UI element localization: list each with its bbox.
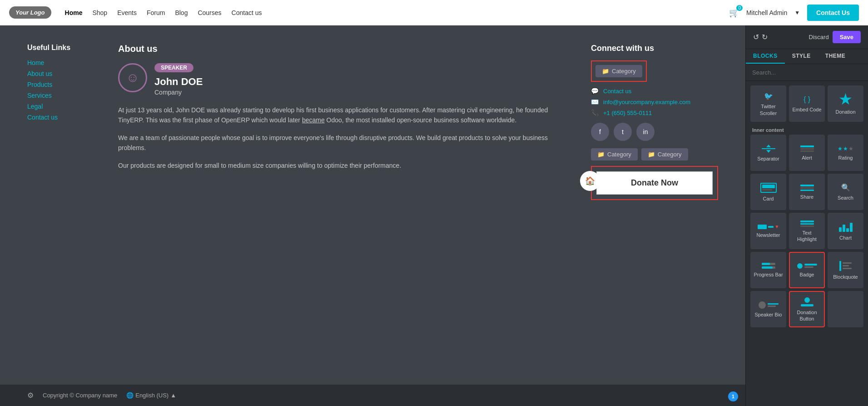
sidebar-item-legal[interactable]: Legal: [27, 103, 43, 110]
block-label: Embed Code: [792, 106, 821, 113]
sidebar-item-about[interactable]: About us: [27, 70, 52, 77]
block-label: Newsletter: [757, 232, 780, 238]
block-embed-code[interactable]: { } Embed Code: [789, 85, 825, 122]
tab-blocks[interactable]: BLOCKS: [746, 49, 785, 64]
separator-icon: [762, 145, 775, 153]
block-card[interactable]: Card: [750, 174, 786, 210]
block-label: Alert: [802, 155, 812, 161]
admin-name[interactable]: Mitchell Admin: [746, 9, 787, 16]
block-label: Chart: [839, 235, 852, 241]
inner-content-label: Inner content: [750, 125, 863, 135]
contact-us-button[interactable]: Contact Us: [807, 5, 859, 21]
block-progress-bar[interactable]: Progress Bar: [750, 252, 786, 288]
search-block-icon: 🔍: [841, 183, 850, 192]
footer-copyright: Copyright © Company name: [43, 392, 117, 399]
block-search[interactable]: 🔍 Search: [828, 174, 863, 210]
social-icons: f t in: [591, 123, 718, 141]
page-content: Useful Links Home About us Products Serv…: [0, 25, 745, 406]
redo-button[interactable]: ↻: [762, 33, 768, 41]
block-donation-button[interactable]: DonationButton: [789, 291, 825, 327]
home-float-button[interactable]: 🏠: [580, 171, 600, 191]
nav-right: 🛒0 Mitchell Admin ▼ Contact Us: [724, 5, 859, 21]
chat-icon: 💬: [591, 87, 599, 95]
badge-icon: [797, 263, 817, 269]
category-label: Category: [612, 68, 636, 75]
main-layout: Useful Links Home About us Products Serv…: [0, 25, 868, 406]
sidebar: Useful Links Home About us Products Serv…: [27, 44, 91, 366]
block-alert[interactable]: Alert: [789, 135, 825, 171]
block-separator[interactable]: Separator: [750, 135, 786, 171]
facebook-button[interactable]: f: [591, 123, 609, 141]
sidebar-links: Home About us Products Services Legal Co…: [27, 59, 91, 121]
nav-forum[interactable]: Forum: [147, 9, 165, 16]
list-item: Services: [27, 92, 91, 99]
speaker-bio-icon: [759, 301, 779, 309]
category-highlighted-box: 📁 Category: [591, 60, 647, 82]
tab-theme[interactable]: THEME: [818, 49, 853, 64]
block-label: Speaker Bio: [755, 311, 782, 318]
twitter-button[interactable]: t: [614, 123, 632, 141]
footer-language-selector[interactable]: 🌐 English (US) ▲: [126, 392, 176, 399]
sidebar-item-products[interactable]: Products: [27, 81, 52, 88]
block-rating[interactable]: ★★★ Rating: [828, 135, 863, 171]
undo-button[interactable]: ↺: [753, 33, 759, 41]
text-highlight-icon: [800, 221, 814, 227]
email-link[interactable]: ✉️ info@yourcompany.example.com: [591, 98, 718, 105]
block-label: Rating: [838, 155, 853, 161]
block-newsletter[interactable]: ▼ Newsletter: [750, 213, 786, 249]
connect-title: Connect with us: [591, 44, 718, 53]
sidebar-item-contact[interactable]: Contact us: [27, 114, 58, 121]
block-share[interactable]: Share: [789, 174, 825, 210]
block-blockquote[interactable]: Blockquote: [828, 252, 863, 288]
sidebar-item-services[interactable]: Services: [27, 92, 52, 99]
bio-paragraph-2: We are a team of passionate people whose…: [118, 133, 564, 153]
category-button[interactable]: 📁 Category: [595, 65, 642, 77]
block-badge[interactable]: Badge: [789, 252, 825, 288]
block-twitter-scroller[interactable]: 🐦 TwitterScroller: [750, 85, 786, 122]
sidebar-item-home[interactable]: Home: [27, 59, 44, 66]
share-icon: [800, 185, 814, 191]
page-body: Useful Links Home About us Products Serv…: [0, 25, 745, 385]
phone-link[interactable]: 📞 +1 (650) 555-0111: [591, 109, 718, 116]
block-label: Search: [838, 195, 853, 201]
block-label: DonationButton: [797, 309, 817, 322]
email-icon: ✉️: [591, 98, 599, 105]
save-button[interactable]: Save: [833, 31, 861, 43]
connect-links: 💬 Contact us ✉️ info@yourcompany.example…: [591, 87, 718, 116]
rating-icon: ★★★: [838, 145, 853, 152]
block-empty: [828, 291, 863, 327]
nav-home[interactable]: Home: [65, 9, 83, 16]
category-button-3[interactable]: 📁 Category: [641, 148, 688, 160]
twitter-scroller-icon: 🐦: [764, 92, 773, 100]
nav-links: Home Shop Events Forum Blog Courses Cont…: [65, 9, 724, 16]
nav-contact[interactable]: Contact us: [232, 9, 262, 16]
nav-blog[interactable]: Blog: [175, 9, 188, 16]
admin-dropdown-icon[interactable]: ▼: [794, 10, 800, 16]
language-label: English (US): [135, 392, 169, 399]
block-speaker-bio[interactable]: Speaker Bio: [750, 291, 786, 327]
blocks-grid-row4: Progress Bar Badge: [750, 252, 863, 288]
category-button-2[interactable]: 📁 Category: [591, 148, 638, 160]
nav-events[interactable]: Events: [117, 9, 137, 16]
right-panel: ↺ ↻ Discard Save BLOCKS STYLE THEME 🐦: [745, 25, 868, 406]
newsletter-icon: ▼: [758, 224, 779, 229]
tab-style[interactable]: STYLE: [785, 49, 818, 64]
search-input[interactable]: [752, 69, 862, 76]
discard-button[interactable]: Discard: [809, 34, 829, 40]
nav-shop[interactable]: Shop: [92, 9, 107, 16]
cart-icon[interactable]: 🛒0: [729, 8, 739, 18]
block-label: TwitterScroller: [760, 103, 777, 116]
contact-us-link[interactable]: 💬 Contact us: [591, 87, 718, 95]
logo[interactable]: Your Logo: [9, 6, 51, 19]
block-chart[interactable]: Chart: [828, 213, 863, 249]
speaker-profile: ☺ SPEAKER John DOE Company: [118, 63, 564, 96]
block-donation[interactable]: Donation: [828, 85, 863, 122]
chart-icon: [839, 222, 853, 232]
folder-icon-3: 📁: [648, 151, 655, 158]
list-item: About us: [27, 70, 91, 77]
donate-now-button[interactable]: Donate Now: [596, 171, 713, 195]
block-text-highlight[interactable]: TextHighlight: [789, 213, 825, 249]
about-section: About us ☺ SPEAKER John DOE Company At j…: [118, 44, 564, 366]
linkedin-button[interactable]: in: [636, 123, 655, 141]
nav-courses[interactable]: Courses: [198, 9, 221, 16]
